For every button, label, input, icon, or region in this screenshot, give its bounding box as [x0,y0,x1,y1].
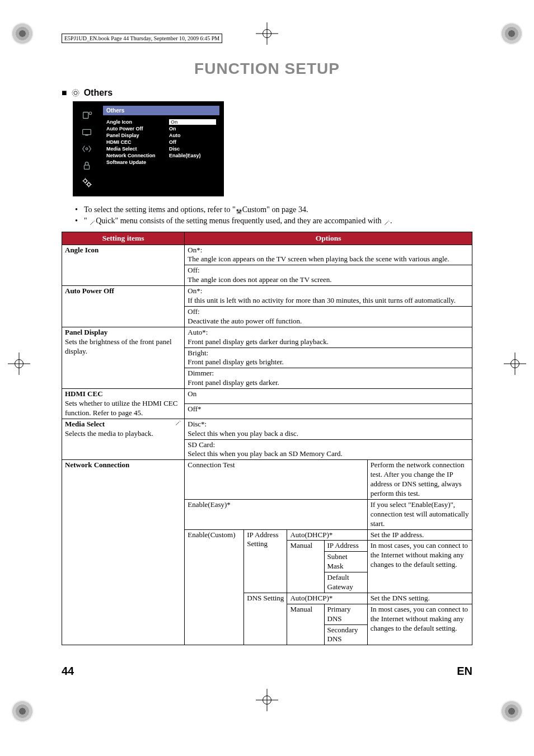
section-header: ■ Others [62,88,472,98]
note-1: To select the setting items and options,… [84,204,308,215]
bullet-icon: • [75,204,81,215]
option-desc-cell: Set the DNS setting. [367,593,472,604]
settings-table: Setting items Options Angle IconOn*:The … [62,232,472,646]
osd-row-key: Software Update [106,159,162,165]
footer-page-number: 44 [62,665,74,678]
option-cell: Auto(DHCP)* [287,529,367,541]
option-cell: Off:The angle icon does not appear on th… [185,265,472,286]
osd-row: Angle IconOn [103,119,219,125]
option-cell: Bright:Front panel display gets brighter… [185,348,472,368]
option-cell: Subnet Mask [324,552,367,572]
osd-row: Network ConnectionEnable(Easy) [103,152,219,159]
footer-language: EN [457,665,472,678]
osd-row-value: On [169,119,216,125]
option-desc-cell: In most cases, you can connect to the In… [367,541,472,593]
th-setting-items: Setting items [62,232,185,245]
setting-item-cell: Panel DisplaySets the brightness of the … [62,327,185,388]
setting-item-cell: Auto Power Off [62,286,185,327]
option-cell: Off:Deactivate the auto power off functi… [185,306,472,327]
option-cell: Manual [287,604,324,645]
option-cell: Auto*:Front panel display gets darker du… [185,327,472,348]
osd-banner-title: Others [103,106,219,115]
osd-row: HDMI CECOff [103,139,219,145]
osd-row: Media SelectDisc [103,145,219,152]
option-cell: Connection Test [185,460,367,500]
svg-rect-5 [85,135,88,136]
option-desc-cell: Perform the network connection test. Aft… [367,460,472,500]
osd-row-key: Auto Power Off [106,126,162,132]
svg-point-11 [238,212,240,213]
option-cell: SD Card:Select this when you play back a… [185,439,472,460]
section-title: Others [84,88,113,98]
osd-row-key: HDMI CEC [106,139,162,145]
option-cell: DNS Setting [244,593,287,645]
bullet-icon: • [75,215,81,227]
osd-row-value: Disc [169,146,216,152]
svg-point-8 [84,180,87,183]
osd-nav-icon-4 [81,159,93,172]
svg-point-0 [74,91,77,95]
option-cell: Off* [185,403,472,419]
option-cell: On [185,389,472,404]
option-cell: IP Address [324,541,367,552]
osd-nav-icon-1 [81,109,93,121]
wand-icon [383,218,390,225]
osd-row-key: Network Connection [106,153,162,158]
osd-row: Software Update [103,159,219,166]
svg-point-3 [89,112,92,115]
option-cell: Manual [287,541,324,593]
osd-row-key: Angle Icon [106,119,162,125]
th-options: Options [185,232,472,245]
osd-row-value: Enable(Easy) [169,153,216,158]
option-cell: Auto(DHCP)* [287,593,367,604]
setting-item-cell: Media Select Selects the media to playba… [62,419,185,460]
svg-point-9 [87,183,91,186]
osd-row-value: Off [169,139,216,145]
osd-row-key: Media Select [106,146,162,152]
svg-rect-7 [84,165,89,169]
section-bullet: ■ [62,88,67,98]
page-title: FUNCTION SETUP [62,60,472,78]
option-desc-cell: If you select "Enable(Easy)", connection… [367,499,472,529]
print-corner-bl [11,700,34,722]
print-corner-br [500,700,523,722]
gear-dotted-icon [71,88,81,98]
osd-row-value [169,159,216,165]
option-cell: Disc*:Select this when you play back a d… [185,419,472,439]
setting-item-cell: HDMI CECSets whether to utilize the HDMI… [62,389,185,419]
setting-item-cell: Network Connection [62,460,185,645]
setting-item-cell: Angle Icon [62,245,185,286]
osd-row: Auto Power OffOn [103,125,219,132]
osd-row-value: On [169,126,216,132]
option-cell: IP Address Setting [244,529,287,593]
option-cell: Dimmer:Front panel display gets darker. [185,368,472,389]
option-cell: Enable(Easy)* [185,499,367,529]
svg-point-10 [237,209,238,210]
osd-row-value: Auto [169,133,216,138]
option-cell: Primary DNS [324,604,367,624]
wand-icon [89,218,96,225]
svg-point-12 [240,210,241,211]
osd-row: Panel DisplayAuto [103,132,219,139]
svg-point-1 [72,90,79,96]
option-desc-cell: Set the IP address. [367,529,472,541]
note-2: " Quick" menu consists of the setting me… [84,215,392,227]
option-cell: On*:If this unit is left with no activit… [185,286,472,307]
option-cell: Default Gateway [324,572,367,593]
osd-row-key: Panel Display [106,133,162,138]
sliders-icon [236,207,242,214]
svg-point-6 [86,148,88,150]
option-desc-cell: In most cases, you can connect to the In… [367,604,472,645]
reg-mark-bottom [256,689,278,711]
notes-block: • To select the setting items and option… [75,204,472,227]
osd-nav-icon-2 [81,126,93,138]
svg-rect-4 [83,129,91,134]
osd-nav-icon-5-gear [81,176,93,189]
option-cell: Secondary DNS [324,624,367,645]
option-cell: On*:The angle icon appears on the TV scr… [185,245,472,265]
osd-nav-icon-3 [81,143,93,155]
book-page-stamp: E5PJ1UD_EN.book Page 44 Thursday, Septem… [62,34,222,43]
osd-preview: Others Angle IconOnAuto Power OffOnPanel… [73,101,224,196]
option-cell: Enable(Custom) [185,529,244,645]
svg-rect-2 [83,112,88,119]
